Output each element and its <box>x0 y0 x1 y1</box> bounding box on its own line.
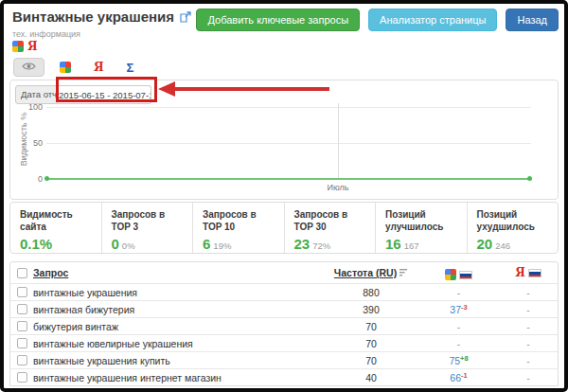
google-position[interactable]: 37 <box>450 304 461 315</box>
query-column-header[interactable]: Запрос <box>33 267 68 278</box>
ru-flag-icon <box>459 271 472 279</box>
row-checkbox[interactable] <box>17 355 27 365</box>
table-row: винтажная бижутерия 390 37-3 - <box>10 300 558 317</box>
app-window: Винтажные украшения тех. информация Я До… <box>0 0 568 392</box>
yandex-position: - <box>526 355 530 366</box>
sigma-icon: Σ <box>127 61 134 75</box>
top-buttons: Добавить ключевые запросы Анализатор стр… <box>196 9 559 31</box>
stat-value: 20 <box>477 236 493 252</box>
stat-value: 16 <box>385 236 401 252</box>
table-row: винтажные украшения купить 70 75+8 - <box>10 351 558 368</box>
yandex-icon: Я <box>94 61 104 74</box>
stat-label-line1: Запросов в <box>203 209 275 222</box>
row-checkbox[interactable] <box>17 321 27 331</box>
google-change: -1 <box>461 371 468 380</box>
gridline-50 <box>46 143 531 144</box>
frequency-value: 70 <box>365 355 377 366</box>
google-position: - <box>457 321 461 332</box>
visibility-series-line <box>46 178 531 180</box>
row-checkbox[interactable] <box>17 338 27 348</box>
external-link-icon[interactable] <box>180 11 191 23</box>
sort-icon[interactable] <box>399 267 408 278</box>
google-position: - <box>457 287 461 298</box>
table-row: винтажные украшения интернет магазин 40 … <box>10 368 558 385</box>
stat-label-line1: Позиций <box>385 209 457 222</box>
query-label: винтажные ювелирные украшения <box>33 338 193 349</box>
stat-suffix: 0% <box>122 241 135 251</box>
frequency-value: 390 <box>363 304 380 315</box>
tab-yandex[interactable]: Я <box>86 58 112 77</box>
engine-icons: Я <box>12 40 38 53</box>
table-body: винтажные украшения 880 - - винтажная би… <box>10 283 558 385</box>
add-keywords-button[interactable]: Добавить ключевые запросы <box>196 9 360 31</box>
google-icon <box>60 62 71 73</box>
yandex-position: - <box>526 338 530 349</box>
stat-value: 0.1% <box>20 236 52 252</box>
google-position[interactable]: 75 <box>449 355 460 366</box>
yandex-icon: Я <box>27 40 38 53</box>
stat-card: Позиций улучшилось 16167 <box>375 203 467 253</box>
row-checkbox[interactable] <box>17 304 27 314</box>
gridline-july <box>338 103 339 179</box>
stat-label-line2: улучшилось <box>385 222 457 234</box>
table-header-row: Запрос Частота (RU) Я <box>10 262 558 283</box>
table-row: винтажные ювелирные украшения 70 - - <box>10 334 558 351</box>
google-icon <box>445 269 456 280</box>
stat-card: Позиций ухудшилось 20246 <box>467 203 559 253</box>
tab-google[interactable] <box>52 59 79 76</box>
stat-label-line2: TOP 10 <box>203 222 275 234</box>
stats-panel: Видимость сайта 0.1% Запросов в TOP 3 00… <box>9 202 559 254</box>
google-column-header[interactable] <box>445 269 472 280</box>
google-change: -3 <box>461 303 468 312</box>
yandex-position: - <box>526 304 530 315</box>
keywords-table: Запрос Частота (RU) Я <box>9 261 559 386</box>
y-tick-0: 0 <box>20 174 43 184</box>
google-position: - <box>457 338 461 349</box>
stat-label-line1: Запросов в <box>112 209 184 222</box>
tech-info-link[interactable]: тех. информация <box>12 29 80 39</box>
annotation-arrow-head <box>158 81 175 97</box>
page-title: Винтажные украшения <box>12 9 174 25</box>
stat-value: 0 <box>112 236 119 252</box>
table-row: бижутерия винтаж 70 - - <box>10 317 558 334</box>
table-row: винтажные украшения 880 - - <box>10 283 558 300</box>
yandex-position: - <box>526 287 530 298</box>
query-label: винтажная бижутерия <box>33 304 134 315</box>
view-tabs: Я Σ <box>13 57 141 78</box>
stat-label-line2: сайта <box>20 222 92 234</box>
yandex-icon: Я <box>515 266 525 279</box>
stat-label-line2: TOP 30 <box>294 222 366 234</box>
annotation-highlight-box <box>56 77 157 102</box>
title-row: Винтажные украшения <box>12 9 191 25</box>
report-panel: Дата отчета: Видимость % 100 50 0 Июль <box>9 80 559 200</box>
tab-summary[interactable]: Σ <box>119 58 142 78</box>
back-button[interactable]: Назад <box>506 9 559 31</box>
stat-suffix: 19% <box>213 241 231 251</box>
row-checkbox[interactable] <box>17 287 27 297</box>
y-tick-50: 50 <box>20 138 43 148</box>
ru-flag-icon <box>528 269 541 277</box>
query-label: бижутерия винтаж <box>33 321 118 332</box>
row-checkbox[interactable] <box>17 372 27 383</box>
data-point-start <box>44 176 49 181</box>
tab-visibility[interactable] <box>13 58 44 77</box>
frequency-value: 40 <box>365 372 377 383</box>
frequency-column-header[interactable]: Частота (RU) <box>334 267 397 278</box>
yandex-position: - <box>526 321 530 332</box>
frequency-value: 880 <box>363 287 380 298</box>
stat-label-line1: Видимость <box>20 209 92 222</box>
page-analyzer-button[interactable]: Анализатор страницы <box>368 9 497 31</box>
yandex-column-header[interactable]: Я <box>515 266 541 279</box>
gridline-100 <box>46 107 531 108</box>
stat-card: Видимость сайта 0.1% <box>10 203 101 253</box>
annotation-arrow <box>175 87 329 91</box>
eye-icon <box>22 62 36 73</box>
query-label: винтажные украшения купить <box>33 355 170 366</box>
stat-label-line1: Позиций <box>477 209 549 222</box>
y-tick-100: 100 <box>20 102 43 112</box>
stat-label-line1: Запросов в <box>294 209 366 222</box>
google-icon <box>12 41 24 52</box>
select-all-checkbox[interactable] <box>17 268 27 278</box>
frequency-value: 70 <box>365 321 377 332</box>
google-position[interactable]: 66 <box>450 372 461 383</box>
